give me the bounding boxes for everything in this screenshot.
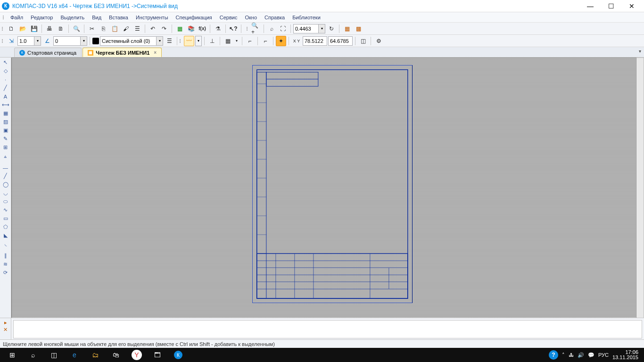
cut-button[interactable]: ✂ [87,24,97,34]
notifications-icon[interactable]: 💬 [588,352,594,358]
contour-tool[interactable]: ⟳ [1,269,10,277]
view-mode1-button[interactable]: ▦ [342,24,352,34]
undo-button[interactable]: ↶ [148,24,158,34]
edit-tool[interactable]: ✎ [1,135,10,143]
layer-settings-button[interactable]: ☰ [164,36,174,46]
explorer-taskbar-icon[interactable]: 🗂 [85,348,106,362]
spline-tool[interactable]: ∿ [1,206,10,214]
vertical-scrollbar[interactable] [636,58,644,324]
tabs-menu-button[interactable]: ▾ [639,49,641,54]
text-tool[interactable]: A [1,92,10,100]
settings-button[interactable]: ⚙ [373,36,384,46]
tray-chevron-icon[interactable]: ˄ [562,352,565,358]
ellipse-tool[interactable]: ⬭ [1,197,10,206]
view-tool[interactable]: ▣ [1,126,10,134]
close-tab-icon[interactable]: × [154,50,157,55]
properties-button[interactable]: ☰ [132,24,142,34]
menu-spec[interactable]: Спецификация [173,13,215,22]
manager-button[interactable]: ▦ [174,24,185,34]
layer-combo[interactable] [100,36,157,46]
snap-button[interactable]: ⌐ [245,36,255,46]
print-preview-button[interactable]: 🔍 [71,24,82,34]
print-button[interactable]: 🖶 [44,24,55,34]
search-button[interactable]: ⌕ [23,348,43,362]
kompas-taskbar-icon[interactable]: К [168,348,189,362]
copy-button[interactable]: ⎘ [98,24,108,34]
menu-view[interactable]: Вид [89,13,105,22]
yandex-taskbar-icon[interactable]: Y [132,350,142,360]
measure-tool[interactable]: ⟁ [1,152,10,160]
menu-file[interactable]: Файл [7,13,26,22]
menu-help[interactable]: Справка [261,13,288,22]
refresh-button[interactable]: ↻ [326,24,337,34]
tab-drawing[interactable]: ▦ Чертеж БЕЗ ИМЕНИ1 × [83,48,162,57]
language-indicator[interactable]: РУС [598,352,609,358]
prop-apply-button[interactable]: ▸ [4,320,7,326]
fillet-tool[interactable]: ◟ [1,240,10,248]
redo-button[interactable]: ↷ [159,24,169,34]
menu-tools[interactable]: Инструменты [132,13,172,22]
paste-button[interactable]: 📋 [109,24,120,34]
hatch-tool[interactable]: ▨ [1,118,10,126]
menu-insert[interactable]: Вставка [106,13,132,22]
open-button[interactable]: 📂 [17,24,28,34]
linestyle-dropdown[interactable]: ▾ [195,36,202,46]
clock[interactable]: 17:06 13.11.2015 [612,350,638,360]
offset-tool[interactable]: ∥ [1,252,10,260]
drawing-canvas[interactable] [11,58,636,324]
app1-taskbar-icon[interactable]: 🗔 [147,348,168,362]
step-icon[interactable]: ⇲ [6,36,17,46]
view-mode2-button[interactable]: ▩ [353,24,363,34]
rect-tool[interactable]: ▭ [1,214,10,222]
zoom-dropdown[interactable]: ▾ [319,24,325,33]
menu-service[interactable]: Сервис [216,13,241,22]
binding-button[interactable]: ✦ [276,36,286,46]
aux-line-tool[interactable]: — [1,164,10,172]
coord-x-input[interactable] [303,36,327,46]
chamfer-tool[interactable]: ◣ [1,231,10,239]
menu-select[interactable]: Выделить [57,13,88,22]
task-view-button[interactable]: ◫ [43,348,64,362]
start-button[interactable]: ⊞ [2,348,23,362]
network-icon[interactable]: 🖧 [569,352,574,358]
minimize-button[interactable]: — [580,0,601,12]
layer-dropdown[interactable]: ▾ [157,36,163,46]
save-button[interactable]: 💾 [29,24,39,34]
edge-taskbar-icon[interactable]: e [64,348,85,362]
angle-dropdown[interactable]: ▾ [81,36,87,46]
tab-start-page[interactable]: К Стартовая страница [14,48,82,57]
volume-icon[interactable]: 🔊 [578,352,584,358]
ortho-button[interactable]: ⊥ [207,36,217,46]
geometry-tool[interactable]: ◇ [1,67,10,75]
menu-editor[interactable]: Редактор [27,13,56,22]
preview-button[interactable]: 🗎 [56,24,66,34]
zoom-in-button[interactable]: 🔍+ [251,24,261,34]
maximize-button[interactable]: ☐ [601,0,621,12]
line-tool[interactable]: ╱ [1,84,10,92]
angle-input[interactable] [53,36,81,46]
help-tray-icon[interactable]: ? [549,350,558,360]
polygon-tool[interactable]: ⬠ [1,223,10,231]
coord-y-input[interactable] [328,36,353,46]
library-button[interactable]: 📚 [186,24,196,34]
window-split-button[interactable]: ◫ [358,36,368,46]
param-tool[interactable]: ⊞ [1,143,10,151]
table-tool[interactable]: ▦ [1,109,10,117]
prop-cancel-button[interactable]: ✕ [3,327,8,333]
equidist-tool[interactable]: ≋ [1,260,10,268]
step-dropdown[interactable]: ▾ [34,36,41,46]
close-button[interactable]: ✕ [621,0,642,12]
segment-tool[interactable]: ╱ [1,172,10,180]
circle-tool[interactable]: ◯ [1,181,10,189]
point-tool[interactable]: · [1,75,10,83]
grid-dropdown[interactable]: ▾ [234,36,239,46]
variables-button[interactable]: ⚗ [213,24,223,34]
fx-button[interactable]: f(x) [197,24,207,34]
zoom-window-button[interactable]: ⌕ [266,24,277,34]
new-button[interactable]: 🗋 [6,24,17,34]
menu-libs[interactable]: Библиотеки [289,13,324,22]
local-cs-button[interactable]: ⌐ [260,36,271,46]
step-input[interactable] [17,36,34,46]
dimension-tool[interactable]: ⟷ [1,101,10,109]
help-pointer-button[interactable]: ↖? [228,24,239,34]
